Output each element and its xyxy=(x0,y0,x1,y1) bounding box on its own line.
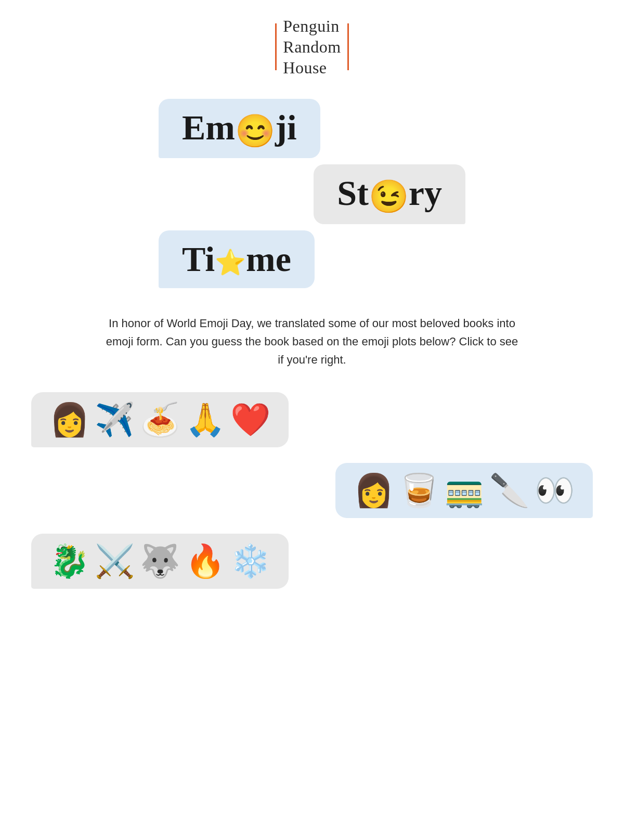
logo-line1: Penguin xyxy=(283,17,339,35)
emoji-3-2: ⚔️ xyxy=(95,545,135,577)
chat-row-2[interactable]: 👩 🥃 🚃 🔪 👀 xyxy=(31,463,593,518)
time-title-bubble: Ti⭐me xyxy=(159,230,315,288)
emoji-1-1: 👩 xyxy=(49,404,89,436)
time-title-text: Ti⭐me xyxy=(182,239,291,279)
emoji-message-3[interactable]: 🐉 ⚔️ 🐺 🔥 ❄️ xyxy=(31,534,289,589)
emoji-title-bubble: Em😊ji xyxy=(159,99,320,158)
emoji-title-text: Em😊ji xyxy=(182,108,297,147)
logo-line3: House xyxy=(283,58,327,77)
emoji-1-5: ❤️ xyxy=(230,404,270,436)
emoji-2-5: 👀 xyxy=(535,474,575,507)
logo-bar-left xyxy=(275,23,277,70)
story-title-text: St😉ry xyxy=(337,173,442,213)
emoji-1-2: ✈️ xyxy=(95,404,135,436)
logo-line2: Random xyxy=(283,37,341,56)
emoji-2-4: 🔪 xyxy=(489,474,529,507)
emoji-1-3: 🍝 xyxy=(140,404,180,436)
emoji-2-3: 🚃 xyxy=(444,474,484,507)
chat-row-3[interactable]: 🐉 ⚔️ 🐺 🔥 ❄️ xyxy=(31,534,593,589)
story-title-bubble: St😉ry xyxy=(314,164,465,224)
emoji-message-2[interactable]: 👩 🥃 🚃 🔪 👀 xyxy=(335,463,593,518)
emoji-2-2: 🥃 xyxy=(399,474,439,507)
emoji-3-5: ❄️ xyxy=(230,545,270,577)
emoji-1-4: 🙏 xyxy=(185,404,225,436)
emoji-message-1[interactable]: 👩 ✈️ 🍝 🙏 ❤️ xyxy=(31,392,289,447)
header: Penguin Random House xyxy=(275,16,348,78)
emoji-2-1: 👩 xyxy=(354,474,394,507)
description-text: In honor of World Emoji Day, we translat… xyxy=(104,314,520,369)
emoji-3-3: 🐺 xyxy=(140,545,180,577)
emoji-3-1: 🐉 xyxy=(49,545,89,577)
logo-bar-right xyxy=(347,23,349,70)
logo-text: Penguin Random House xyxy=(283,16,341,78)
emoji-3-4: 🔥 xyxy=(185,545,225,577)
title-section: Em😊ji St😉ry Ti⭐me xyxy=(117,99,507,288)
chat-section: 👩 ✈️ 🍝 🙏 ❤️ 👩 🥃 🚃 🔪 👀 🐉 ⚔️ 🐺 🔥 ❄️ xyxy=(0,392,624,589)
chat-row-1[interactable]: 👩 ✈️ 🍝 🙏 ❤️ xyxy=(31,392,593,447)
